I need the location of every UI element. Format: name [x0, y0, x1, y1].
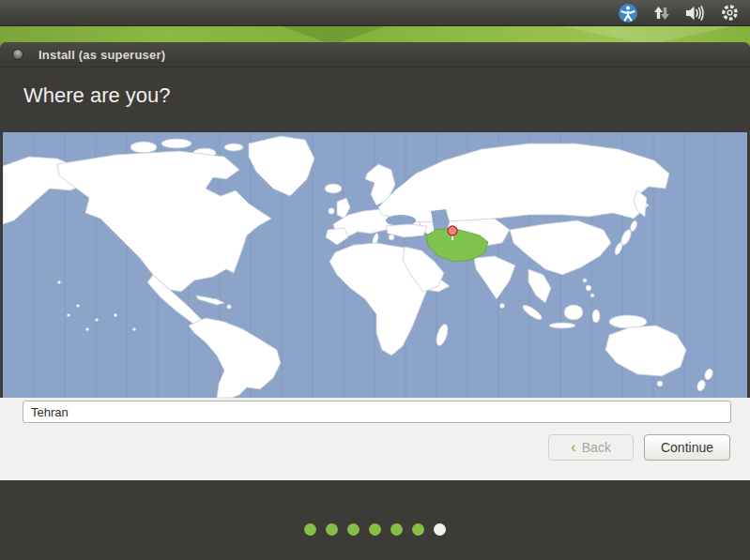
- volume-icon[interactable]: [684, 2, 707, 24]
- continue-label: Continue: [661, 440, 713, 455]
- continue-button[interactable]: Continue: [644, 434, 730, 461]
- progress-dot-done: [347, 523, 360, 536]
- footer: [0, 480, 750, 560]
- page-title: Where are you?: [23, 83, 171, 108]
- back-button[interactable]: ‹ Back: [548, 434, 634, 461]
- progress-dot-done: [304, 523, 316, 536]
- progress-dot-current: [434, 523, 446, 536]
- back-chevron-icon: ‹: [571, 439, 576, 455]
- form-panel: ‹ Back Continue: [0, 398, 750, 480]
- panel-indicator-area: [617, 2, 750, 24]
- button-row: ‹ Back Continue: [548, 434, 730, 461]
- timezone-map[interactable]: [3, 132, 747, 398]
- network-traffic-icon[interactable]: [651, 2, 673, 24]
- window-menu-dot-icon[interactable]: [12, 49, 23, 60]
- back-label: Back: [582, 440, 611, 455]
- progress-dot-done: [390, 523, 403, 536]
- top-panel: [0, 0, 750, 26]
- progress-dot-done: [369, 523, 381, 536]
- session-gear-icon[interactable]: [718, 2, 741, 24]
- titlebar[interactable]: Install (as superuser): [0, 42, 750, 68]
- timezone-city-input[interactable]: [23, 401, 731, 423]
- progress-dot-done: [412, 523, 424, 536]
- progress-dots: [0, 523, 750, 536]
- window-title: Install (as superuser): [38, 48, 165, 62]
- accessibility-icon[interactable]: [617, 2, 639, 24]
- progress-dot-done: [326, 523, 338, 536]
- installer-window: Install (as superuser) Where are you?: [0, 42, 750, 560]
- world-map-svg: [3, 132, 747, 398]
- screen: Install (as superuser) Where are you?: [0, 0, 750, 560]
